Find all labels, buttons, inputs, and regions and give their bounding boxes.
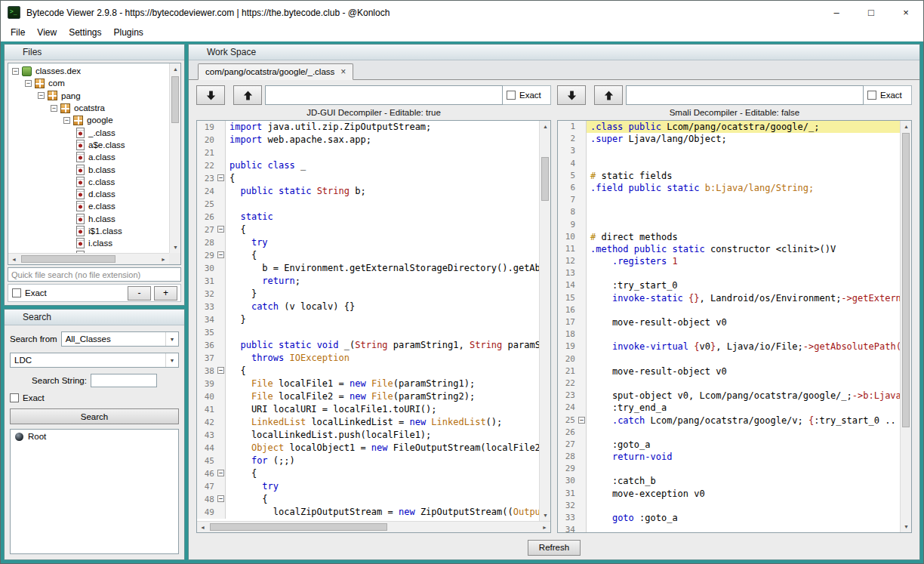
code-line[interactable]: 19 invoke-virtual {v0}, Ljava/io/File;->…: [558, 341, 900, 353]
code-line[interactable]: 8: [558, 206, 900, 218]
code-line[interactable]: 15 invoke-static {}, Landroid/os/Environ…: [558, 292, 900, 304]
code-line[interactable]: 42 LinkedList localLinkedList = new Link…: [197, 416, 539, 429]
code-line[interactable]: 44 Object localObject1 = new FileOutputS…: [197, 442, 539, 455]
tree-collapse-icon[interactable]: [63, 117, 70, 124]
search-exact-checkbox[interactable]: Exact: [10, 393, 45, 402]
code-line[interactable]: 10# direct methods: [558, 231, 900, 243]
fold-icon[interactable]: [217, 367, 224, 374]
code-line[interactable]: 3: [558, 145, 900, 157]
code-line[interactable]: 34 }: [197, 313, 539, 326]
code-line[interactable]: 30 b = Environment.getExternalStorageDir…: [197, 262, 539, 275]
code-line[interactable]: 32: [558, 500, 900, 512]
code-line[interactable]: 2.super Ljava/lang/Object;: [558, 133, 900, 145]
code-line[interactable]: 20: [558, 353, 900, 365]
code-line[interactable]: 29: [558, 463, 900, 475]
files-tree-vertical-scrollbar[interactable]: [169, 63, 180, 253]
files-exact-checkbox[interactable]: Exact: [12, 288, 47, 297]
tree-collapse-icon[interactable]: [51, 105, 57, 112]
tree-node-pang[interactable]: pang: [8, 90, 169, 102]
code-line[interactable]: 33 catch (v localv) {}: [197, 300, 539, 313]
code-line[interactable]: 36 public static void _(String paramStri…: [197, 339, 539, 352]
code-line[interactable]: 34: [558, 524, 900, 532]
code-line[interactable]: 25 .catch Lcom/pang/ocatstra/google/v; {…: [558, 415, 900, 427]
code-line[interactable]: 47 try: [197, 480, 539, 493]
code-line[interactable]: 23 sput-object v0, Lcom/pang/ocatstra/go…: [558, 390, 900, 402]
chevron-down-icon[interactable]: [165, 353, 178, 367]
checkbox-icon[interactable]: [867, 91, 876, 100]
search-button[interactable]: Search: [10, 408, 179, 424]
code-line[interactable]: 46 {: [197, 467, 539, 480]
code-line[interactable]: 1.class public Lcom/pang/ocatstra/google…: [558, 121, 900, 133]
search-results-root-node[interactable]: Root: [15, 432, 174, 441]
search-prev-button[interactable]: [594, 85, 623, 105]
scroll-down-icon[interactable]: [170, 242, 181, 253]
menu-settings[interactable]: Settings: [63, 25, 107, 41]
tree-node-a-e-class[interactable]: a$e.class: [8, 139, 169, 151]
code-line[interactable]: 35: [197, 326, 539, 339]
code-line[interactable]: 22public class _: [197, 159, 539, 172]
search-string-input[interactable]: [91, 374, 157, 387]
fold-icon[interactable]: [578, 417, 585, 424]
code-line[interactable]: 30 :catch_b: [558, 475, 900, 487]
right-code-lines[interactable]: 1.class public Lcom/pang/ocatstra/google…: [558, 121, 900, 532]
code-line[interactable]: 23{: [197, 172, 539, 185]
code-line[interactable]: 19import java.util.zip.ZipOutputStream;: [197, 121, 539, 134]
left-code-vertical-scrollbar[interactable]: [539, 121, 550, 521]
menu-view[interactable]: View: [31, 25, 63, 41]
scrollbar-thumb[interactable]: [21, 255, 116, 263]
code-line[interactable]: 26: [558, 427, 900, 439]
menu-file[interactable]: File: [5, 25, 31, 41]
code-line[interactable]: 41 URI localURI = localFile1.toURI();: [197, 403, 539, 416]
tree-collapse-icon[interactable]: [12, 68, 19, 75]
left-pane-search-input[interactable]: [265, 85, 503, 105]
tree-collapse-icon[interactable]: [25, 80, 32, 87]
code-line[interactable]: 18: [558, 328, 900, 341]
code-line[interactable]: 21: [197, 146, 539, 159]
tree-node-ocatstra[interactable]: ocatstra: [8, 102, 169, 114]
code-line[interactable]: 49 localZipOutputStream = new ZipOutputS…: [197, 506, 539, 519]
checkbox-icon[interactable]: [10, 393, 19, 402]
code-line[interactable]: 48 {: [197, 493, 539, 506]
tree-node-classes-dex[interactable]: classes.dex: [8, 65, 169, 77]
code-line[interactable]: 4: [558, 158, 900, 170]
scrollbar-thumb[interactable]: [171, 76, 179, 123]
search-prev-button[interactable]: [233, 85, 262, 105]
right-code-vertical-scrollbar[interactable]: [900, 121, 911, 532]
code-line[interactable]: 31 return;: [197, 275, 539, 288]
search-from-dropdown[interactable]: All_Classes: [61, 331, 179, 347]
code-line[interactable]: 24 public static String b;: [197, 185, 539, 198]
code-line[interactable]: 9: [558, 219, 900, 231]
code-line[interactable]: 13: [558, 267, 900, 279]
refresh-button[interactable]: Refresh: [528, 540, 581, 556]
font-decrease-button[interactable]: -: [128, 286, 151, 300]
code-line[interactable]: 31 move-exception v0: [558, 488, 900, 500]
code-line[interactable]: 26 static: [197, 211, 539, 223]
search-next-button[interactable]: [557, 85, 586, 105]
files-tree-horizontal-scrollbar[interactable]: [8, 253, 169, 264]
right-pane-search-input[interactable]: [626, 85, 864, 105]
scrollbar-thumb[interactable]: [541, 157, 549, 201]
scrollbar-thumb[interactable]: [210, 523, 387, 531]
scroll-down-icon[interactable]: [901, 521, 911, 532]
search-next-button[interactable]: [196, 85, 225, 105]
fold-icon[interactable]: [217, 251, 224, 258]
left-pane-exact-checkbox[interactable]: Exact: [503, 85, 551, 105]
scroll-left-icon[interactable]: [8, 254, 20, 265]
tree-node-com[interactable]: com: [8, 77, 169, 89]
font-increase-button[interactable]: +: [154, 286, 177, 300]
code-line[interactable]: 12 .registers 1: [558, 255, 900, 267]
right-pane-exact-checkbox[interactable]: Exact: [864, 85, 912, 105]
tree-node-c-class[interactable]: c.class: [8, 176, 169, 188]
tree-node--class[interactable]: _.class: [8, 126, 169, 138]
code-line[interactable]: 37 throws IOException: [197, 352, 539, 365]
tab-close-icon[interactable]: ×: [340, 68, 346, 76]
search-mode-dropdown[interactable]: LDC: [10, 353, 179, 368]
code-line[interactable]: 21 move-result-object v0: [558, 365, 900, 378]
tree-node-a-class[interactable]: a.class: [8, 151, 169, 163]
scroll-up-icon[interactable]: [540, 121, 550, 132]
checkbox-icon[interactable]: [12, 288, 21, 297]
code-line[interactable]: 16: [558, 304, 900, 316]
code-line[interactable]: 22: [558, 378, 900, 390]
fold-icon[interactable]: [217, 470, 224, 476]
tree-node-b-class[interactable]: b.class: [8, 163, 169, 175]
